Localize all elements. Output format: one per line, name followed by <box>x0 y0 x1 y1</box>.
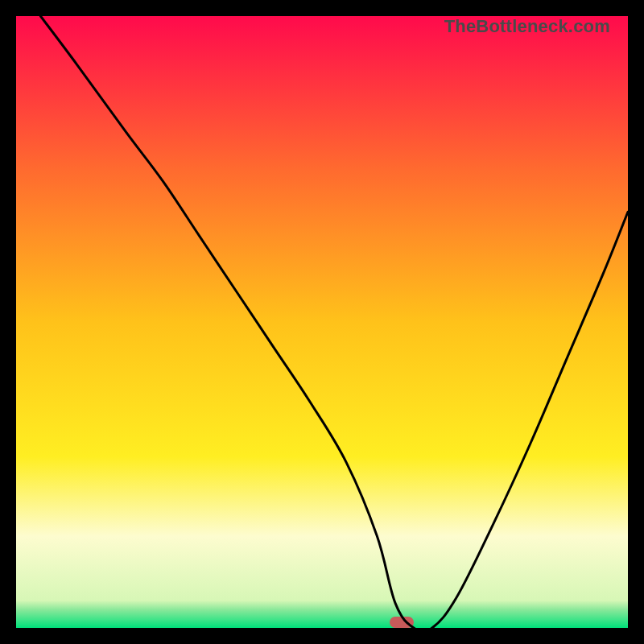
bottleneck-curve <box>16 16 628 628</box>
watermark-text: TheBottleneck.com <box>444 16 610 37</box>
plot-area: TheBottleneck.com <box>16 16 628 628</box>
